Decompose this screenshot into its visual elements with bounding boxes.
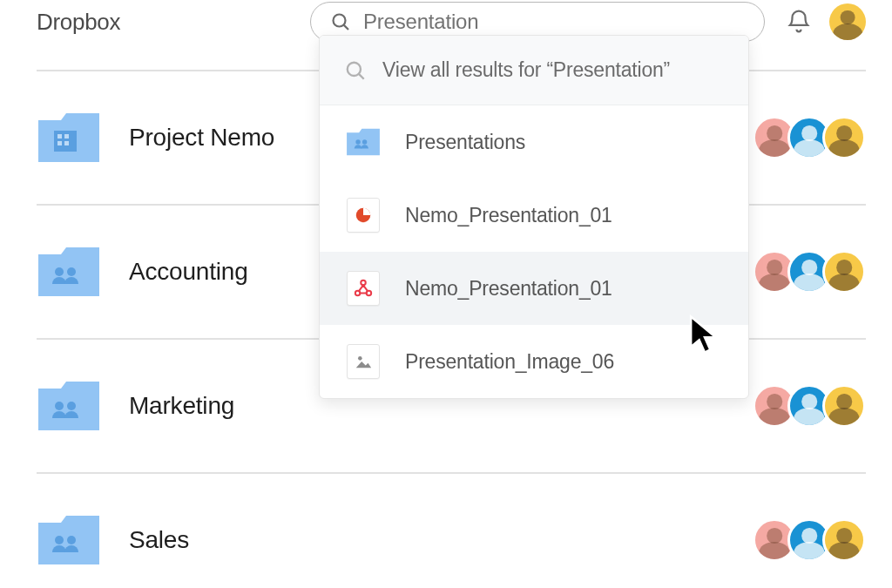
search-icon <box>330 11 351 32</box>
avatar[interactable] <box>822 116 866 159</box>
avatar-current-user[interactable] <box>829 3 866 40</box>
cursor-icon <box>688 314 721 355</box>
bell-icon[interactable] <box>786 9 812 35</box>
pdf-file-icon <box>346 271 381 306</box>
search-icon <box>344 59 367 82</box>
svg-point-16 <box>362 139 367 144</box>
folder-members <box>753 250 866 294</box>
search-result-label: Presentation_Image_06 <box>405 350 614 374</box>
team-folder-icon <box>37 380 101 432</box>
svg-point-0 <box>334 15 346 27</box>
svg-rect-3 <box>57 134 62 139</box>
folder-members <box>753 116 866 159</box>
team-folder-icon <box>37 514 101 566</box>
svg-rect-4 <box>64 134 69 139</box>
folder-members <box>753 518 866 562</box>
svg-line-14 <box>359 73 364 78</box>
search-result-label: Nemo_Presentation_01 <box>405 277 612 301</box>
svg-point-21 <box>358 356 362 361</box>
powerpoint-file-icon <box>346 198 381 233</box>
svg-point-10 <box>67 402 76 410</box>
search-result-label: Presentations <box>405 131 525 154</box>
svg-line-1 <box>344 25 348 30</box>
search-dropdown: View all results for “Presentation” Pres… <box>319 35 749 399</box>
avatar[interactable] <box>822 518 866 562</box>
svg-rect-5 <box>57 141 62 145</box>
search-result-item[interactable]: Nemo_Presentation_01 <box>320 179 748 252</box>
brand-label: Dropbox <box>37 9 289 36</box>
svg-point-15 <box>355 139 360 144</box>
svg-point-7 <box>55 267 64 276</box>
svg-point-12 <box>67 536 76 544</box>
folder-members <box>753 384 866 428</box>
svg-point-9 <box>55 402 64 410</box>
search-result-label: Nemo_Presentation_01 <box>405 204 612 227</box>
folder-row[interactable]: Sales <box>37 472 866 588</box>
svg-point-13 <box>348 62 361 75</box>
team-folder-icon <box>346 125 381 159</box>
avatar[interactable] <box>822 384 866 428</box>
search-view-all[interactable]: View all results for “Presentation” <box>320 36 748 105</box>
svg-point-8 <box>67 267 76 276</box>
search-result-item[interactable]: Presentation_Image_06 <box>320 325 748 398</box>
svg-rect-6 <box>64 141 69 145</box>
avatar[interactable] <box>822 250 866 294</box>
team-folder-icon <box>37 246 101 298</box>
search-result-item[interactable]: Nemo_Presentation_01 <box>320 252 748 325</box>
search-value: Presentation <box>363 10 478 34</box>
search-view-all-label: View all results for “Presentation” <box>382 58 670 82</box>
folder-name: Sales <box>129 526 725 554</box>
search-result-item[interactable]: Presentations <box>320 105 748 179</box>
svg-point-11 <box>55 536 64 544</box>
org-folder-icon <box>37 112 101 164</box>
image-file-icon <box>346 344 381 379</box>
topbar-right <box>786 3 866 40</box>
